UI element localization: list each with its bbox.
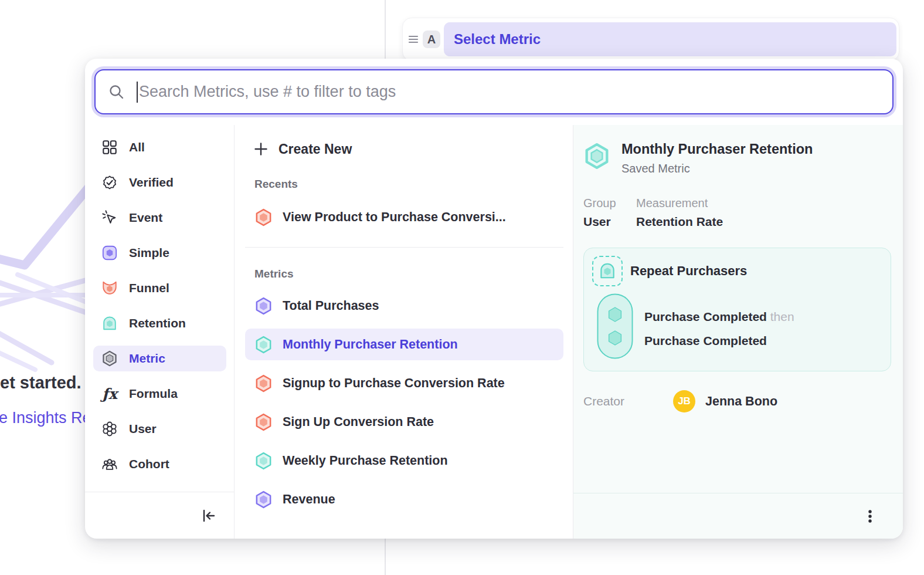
- metric-item-label: Sign Up Conversion Rate: [283, 415, 434, 429]
- sidebar-category-item[interactable]: Event: [93, 205, 226, 231]
- metric-hexagon-icon: [254, 208, 273, 226]
- metric-hexagon-icon: [254, 374, 273, 393]
- metric-picker-modal: All Verified Event Simple Funnel: [85, 59, 903, 539]
- sidebar-category-item[interactable]: User: [93, 416, 226, 442]
- sequence-capsule-icon: [597, 293, 633, 359]
- search-area: [85, 59, 903, 114]
- creator-row: Creator JB Jenna Bono: [583, 390, 891, 412]
- text-caret: [137, 82, 138, 103]
- sidebar-footer: [85, 492, 234, 539]
- metric-item-label: Weekly Purchase Retention: [283, 454, 448, 468]
- sidebar-category-label: Cohort: [129, 457, 169, 471]
- create-new-button[interactable]: Create New: [245, 137, 563, 161]
- recents-list: View Product to Purchase Conversi...: [245, 201, 563, 233]
- grid-icon: [101, 139, 118, 155]
- metrics-heading: Metrics: [254, 268, 563, 280]
- user-cluster-icon: [101, 421, 118, 437]
- search-input[interactable]: [139, 83, 892, 101]
- sidebar-category-item[interactable]: Retention: [93, 310, 226, 336]
- select-metric-label: Select Metric: [454, 31, 541, 48]
- detail-info-grid: Group User Measurement Retention Rate: [583, 197, 891, 229]
- sidebar-category-item[interactable]: Funnel: [93, 275, 226, 301]
- detail-subtitle: Saved Metric: [621, 162, 813, 175]
- retention-icon: [101, 315, 118, 332]
- sidebar-category-label: Funnel: [129, 281, 169, 295]
- creator-avatar[interactable]: JB: [673, 390, 695, 412]
- category-list: All Verified Event Simple Funnel: [85, 125, 234, 492]
- formula-icon: ƒx: [101, 385, 118, 402]
- sidebar-category-label: Simple: [129, 246, 169, 260]
- sidebar-category-item[interactable]: Cohort: [93, 451, 226, 477]
- creator-label: Creator: [583, 394, 673, 408]
- sidebar-category-label: Formula: [129, 387, 178, 401]
- group-value: User: [583, 215, 636, 229]
- search-box[interactable]: [94, 69, 894, 114]
- verified-badge-icon: [101, 174, 118, 191]
- detail-header: Monthly Purchaser Retention Saved Metric: [583, 141, 891, 175]
- sidebar-category-label: Event: [129, 211, 162, 225]
- saved-metric-definition-card: Repeat Purchasers Purchase Completed the…: [583, 248, 891, 371]
- sidebar-category-item[interactable]: Simple: [93, 240, 226, 266]
- funnel-icon: [101, 280, 118, 296]
- sidebar-category-item[interactable]: Metric: [93, 346, 226, 371]
- metric-item[interactable]: Total Purchases: [245, 290, 563, 322]
- kebab-menu-icon[interactable]: [863, 508, 877, 525]
- metric-hexagon-icon: [101, 350, 118, 367]
- drag-handle-icon[interactable]: [407, 33, 419, 45]
- sidebar-category-label: All: [129, 140, 145, 154]
- metric-item-label: Signup to Purchase Conversion Rate: [283, 376, 505, 391]
- metric-hexagon-icon: [254, 452, 273, 470]
- create-new-label: Create New: [278, 141, 352, 157]
- modal-body: All Verified Event Simple Funnel: [85, 125, 903, 539]
- select-metric-pill[interactable]: Select Metric: [444, 22, 896, 56]
- plus-icon: [253, 141, 269, 157]
- metric-list-panel: Create New Recents View Product to Purch…: [235, 125, 573, 539]
- metric-item-label: Revenue: [283, 492, 335, 507]
- query-metric-row: A Select Metric: [402, 18, 899, 61]
- cohort-icon: [101, 456, 118, 472]
- metric-item[interactable]: Signup to Purchase Conversion Rate: [245, 367, 563, 399]
- metric-item[interactable]: Weekly Purchase Retention: [245, 445, 563, 476]
- metric-item-label: Monthly Purchaser Retention: [283, 337, 458, 352]
- creator-name: Jenna Bono: [705, 394, 777, 409]
- recent-metric-label: View Product to Purchase Conversi...: [283, 210, 506, 225]
- metric-item[interactable]: Monthly Purchaser Retention: [245, 329, 563, 360]
- list-divider: [245, 247, 563, 248]
- breakdown-connector: then: [770, 310, 794, 323]
- recents-heading: Recents: [254, 178, 563, 191]
- sidebar-category-item[interactable]: All: [93, 134, 226, 160]
- category-sidebar: All Verified Event Simple Funnel: [85, 125, 235, 539]
- metric-item[interactable]: Revenue: [245, 483, 563, 515]
- retention-metric-hexagon-icon: [583, 143, 610, 170]
- metric-hexagon-icon: [254, 336, 273, 354]
- metric-hexagon-icon: [254, 413, 273, 431]
- metric-item-label: Total Purchases: [283, 299, 379, 313]
- simple-metric-icon: [101, 245, 118, 261]
- breakdown-title: Repeat Purchasers: [630, 263, 747, 279]
- metric-details: Monthly Purchaser Retention Saved Metric…: [573, 125, 903, 493]
- cursor-click-icon: [101, 209, 118, 226]
- retention-event-icon: [592, 256, 623, 286]
- search-icon: [108, 84, 124, 100]
- breakdown-step-2: Purchase Completed: [644, 329, 794, 353]
- sidebar-category-label: Retention: [129, 316, 186, 330]
- sidebar-category-item[interactable]: ƒx Formula: [93, 381, 226, 407]
- recent-metric-item[interactable]: View Product to Purchase Conversi...: [245, 201, 563, 233]
- details-footer: [573, 493, 903, 539]
- breakdown-step-1: Purchase Completed then: [644, 305, 794, 329]
- metric-details-panel: Monthly Purchaser Retention Saved Metric…: [573, 125, 903, 539]
- metric-hexagon-icon: [254, 297, 273, 315]
- measurement-label: Measurement: [636, 197, 723, 210]
- detail-title: Monthly Purchaser Retention: [621, 141, 813, 157]
- metric-hexagon-icon: [254, 491, 273, 509]
- metric-item[interactable]: Sign Up Conversion Rate: [245, 406, 563, 438]
- measurement-value: Retention Rate: [636, 215, 723, 229]
- sidebar-category-label: Metric: [129, 351, 165, 366]
- metrics-list: Total Purchases Monthly Purchaser Retent…: [245, 290, 563, 515]
- group-label: Group: [583, 197, 636, 210]
- sidebar-category-item[interactable]: Verified: [93, 170, 226, 195]
- collapse-left-icon[interactable]: [200, 507, 218, 525]
- sidebar-category-label: Verified: [129, 175, 174, 190]
- background-insights-link-fragment[interactable]: e Insights Re: [0, 409, 91, 427]
- metric-letter-badge[interactable]: A: [423, 31, 440, 48]
